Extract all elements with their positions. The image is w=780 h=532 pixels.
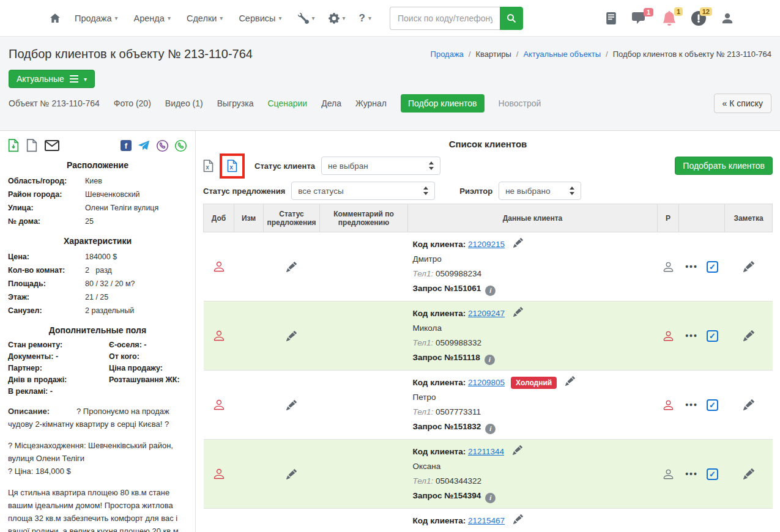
- info-icon[interactable]: i: [485, 286, 496, 296]
- nav-menu-item[interactable]: Сделки ▾: [187, 13, 223, 23]
- pdf-file-icon[interactable]: [26, 139, 37, 152]
- object-tabs: Объект № 213-110-764Фото (20)Видео (1)Вы…: [9, 94, 541, 113]
- realtor-person-icon[interactable]: [662, 399, 675, 412]
- select-checkbox[interactable]: ✓: [707, 261, 718, 273]
- edit-offer-status-icon[interactable]: [286, 400, 297, 410]
- info-icon[interactable]: i: [485, 493, 496, 503]
- export-xls-blue-icon[interactable]: x: [227, 160, 237, 172]
- realtor-person-icon[interactable]: [662, 468, 675, 481]
- add-client-icon[interactable]: [212, 260, 226, 273]
- edit-client-icon[interactable]: [513, 307, 523, 317]
- back-to-list-button[interactable]: « К списку: [714, 94, 771, 113]
- col-client-data: Данные клиента: [408, 204, 658, 232]
- select-checkbox[interactable]: ✓: [707, 330, 718, 342]
- edit-client-icon[interactable]: [513, 514, 523, 524]
- object-description: Описание:? Пропонуємо на продаж чудову 2…: [8, 405, 187, 532]
- main-menu: Продажа ▾ Аренда ▾ Сделки ▾ Сервисы ▾: [75, 13, 282, 23]
- client-row: Код клиента: 21209215 Дмитро Тел1: 05099…: [204, 232, 773, 301]
- add-client-icon[interactable]: [212, 329, 226, 342]
- messages-icon[interactable]: 1: [631, 12, 647, 25]
- tools-menu[interactable]: ▾: [298, 13, 315, 24]
- client-code-link[interactable]: 21209805: [468, 378, 505, 387]
- client-row: Код клиента: 21211344 Оксана Тел1: 05043…: [204, 440, 773, 509]
- info-icon[interactable]: i: [485, 424, 496, 434]
- tab-item[interactable]: Новострой: [499, 94, 541, 113]
- select-checkbox[interactable]: ✓: [707, 468, 718, 480]
- home-icon[interactable]: [49, 13, 61, 24]
- question-icon: ?: [359, 12, 365, 24]
- client-request: Запрос №151118i: [413, 350, 653, 365]
- breadcrumb-item[interactable]: Продажа: [431, 50, 464, 59]
- email-icon[interactable]: [45, 140, 59, 151]
- breadcrumb-item[interactable]: Актуальные объекты: [511, 50, 601, 59]
- tab-item[interactable]: Подбор клиентов: [401, 94, 484, 113]
- edit-client-icon[interactable]: [513, 238, 523, 248]
- edit-note-icon[interactable]: [743, 330, 754, 341]
- edit-client-icon[interactable]: [513, 445, 522, 455]
- edit-offer-status-icon[interactable]: [286, 469, 297, 479]
- edit-offer-status-icon[interactable]: [286, 262, 297, 272]
- hamburger-icon: [70, 75, 78, 83]
- pick-clients-button[interactable]: Подобрать клиентов: [675, 157, 773, 175]
- viber-icon[interactable]: [156, 139, 169, 152]
- edit-note-icon[interactable]: [743, 261, 754, 272]
- search-button[interactable]: [500, 7, 523, 30]
- more-actions-icon[interactable]: •••: [685, 262, 698, 272]
- notifications-bell-icon[interactable]: 1: [662, 11, 677, 26]
- property-row: Площадь: 80 / 32 / 20 м?: [8, 277, 187, 290]
- whatsapp-icon[interactable]: [174, 139, 187, 152]
- svg-text:x: x: [206, 164, 209, 171]
- status-dropdown-button[interactable]: Актуальные ▾: [9, 70, 95, 88]
- tab-item[interactable]: Фото (20): [114, 94, 151, 113]
- client-code-link[interactable]: 21211344: [468, 447, 504, 456]
- telegram-icon[interactable]: [137, 139, 150, 152]
- realtor-person-icon[interactable]: [662, 330, 675, 342]
- alerts-icon[interactable]: 12: [691, 11, 706, 26]
- edit-note-icon[interactable]: [743, 399, 754, 410]
- client-name: Микола: [413, 321, 653, 336]
- facebook-icon[interactable]: f: [121, 140, 132, 151]
- client-code-link[interactable]: 21209247: [468, 309, 505, 318]
- export-file-green-icon[interactable]: [8, 139, 19, 152]
- col-add: Доб: [204, 204, 234, 232]
- breadcrumb: ПродажаКвартирыАктуальные объектыПодбор …: [431, 50, 771, 59]
- property-row: Цена: 184000 $: [8, 250, 187, 264]
- realtor-person-icon[interactable]: [662, 260, 675, 273]
- col-edit: Изм: [234, 204, 264, 232]
- tab-item[interactable]: Сценарии: [267, 94, 307, 113]
- client-name: Оксана: [413, 459, 653, 474]
- page-title: Подбор клиентов к объекту № 213-110-764: [9, 47, 253, 61]
- client-request: Запрос №151832i: [413, 419, 653, 434]
- add-client-icon[interactable]: [212, 398, 226, 412]
- tab-item[interactable]: Объект № 213-110-764: [9, 94, 100, 113]
- col-note: Заметка: [725, 204, 773, 232]
- edit-client-icon[interactable]: [565, 376, 575, 386]
- info-icon[interactable]: i: [485, 355, 495, 365]
- realtor-select[interactable]: не выбрано: [499, 182, 581, 200]
- tab-item[interactable]: Видео (1): [165, 94, 203, 113]
- property-row: Этаж: 21 / 25: [8, 290, 187, 304]
- settings-menu[interactable]: ▾: [329, 13, 346, 24]
- profile-icon[interactable]: [721, 12, 734, 25]
- select-checkbox[interactable]: ✓: [707, 399, 718, 411]
- tab-item[interactable]: Журнал: [355, 94, 387, 113]
- nav-menu-item[interactable]: Продажа ▾: [75, 13, 118, 23]
- search-input[interactable]: [390, 7, 500, 30]
- offer-status-select[interactable]: все статусы: [291, 182, 435, 200]
- more-actions-icon[interactable]: •••: [685, 331, 698, 341]
- tab-item[interactable]: Дела: [321, 94, 341, 113]
- add-client-icon[interactable]: [212, 467, 226, 481]
- edit-note-icon[interactable]: [743, 468, 754, 479]
- more-actions-icon[interactable]: •••: [685, 400, 698, 410]
- export-xls-icon[interactable]: x: [203, 160, 214, 172]
- nav-menu-item[interactable]: Аренда ▾: [134, 13, 171, 23]
- more-actions-icon[interactable]: •••: [685, 469, 698, 479]
- nav-menu-item[interactable]: Сервисы ▾: [239, 13, 281, 23]
- help-menu[interactable]: ? ▾: [359, 12, 371, 24]
- journal-icon[interactable]: [606, 12, 617, 24]
- edit-offer-status-icon[interactable]: [286, 331, 297, 341]
- client-status-select[interactable]: не выбран: [321, 157, 440, 175]
- client-code-link[interactable]: 21215467: [468, 516, 505, 525]
- tab-item[interactable]: Выгрузка: [217, 94, 254, 113]
- client-code-link[interactable]: 21209215: [468, 240, 505, 249]
